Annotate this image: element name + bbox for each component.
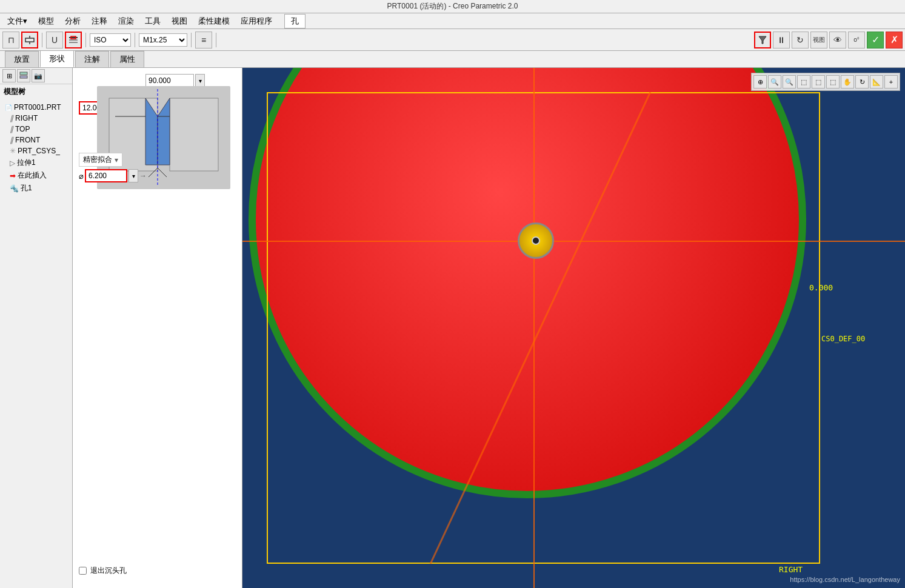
- vp-btn-zoom-fit[interactable]: ⊕: [753, 75, 767, 89]
- vp-btn-zoom-out[interactable]: 🔍: [783, 75, 796, 89]
- tree-layer-btn[interactable]: [17, 69, 30, 82]
- toolbar-sketch-btn[interactable]: ⊓: [2, 32, 19, 48]
- feature-panel: ▾ ▾ →: [73, 68, 242, 588]
- right-plane-icon: ∥: [10, 114, 13, 122]
- vp-btn-pan[interactable]: ✋: [841, 75, 854, 89]
- tab-shape[interactable]: 形状: [40, 50, 74, 67]
- tree-item-hole[interactable]: 🔩 孔1: [0, 182, 72, 195]
- feature-tabs: 放置 形状 注解 属性: [0, 51, 905, 68]
- menu-tools[interactable]: 工具: [140, 15, 165, 28]
- toolbar-hole-type-btn[interactable]: [21, 32, 38, 48]
- extrude-icon: ▷: [10, 159, 15, 167]
- accept-button[interactable]: ✓: [867, 32, 884, 48]
- menu-render[interactable]: 渲染: [113, 15, 139, 28]
- reject-button[interactable]: ✗: [886, 32, 903, 48]
- menu-flexible[interactable]: 柔性建模: [193, 15, 235, 28]
- tree-item-prt[interactable]: 📄 PRT0001.PRT: [0, 102, 72, 113]
- tree-item-top[interactable]: ∥ TOP: [0, 124, 72, 135]
- toolbar-sep4: [191, 33, 192, 47]
- annotation-0: 0.000: [809, 283, 833, 292]
- toolbar-angle-btn[interactable]: o°: [848, 32, 865, 48]
- vp-btn-measure[interactable]: 📐: [870, 75, 883, 89]
- insert-icon: ➡: [10, 172, 16, 180]
- toolbar-view-btn[interactable]: 视图: [810, 32, 827, 48]
- csys-icon: ✳: [10, 147, 16, 155]
- vp-btn-refit[interactable]: ⬚: [826, 75, 840, 89]
- menu-analysis[interactable]: 分析: [60, 15, 85, 28]
- top-plane-icon: ∥: [10, 125, 13, 133]
- vp-btn-zoom-in[interactable]: 🔍: [768, 75, 781, 89]
- view-select[interactable]: ISO TOP FRONT RIGHT: [90, 33, 131, 47]
- toolbar-align-btn[interactable]: [65, 32, 82, 48]
- title-text: PRT0001 (活动的) - Creo Parametric 2.0: [387, 1, 518, 12]
- angle-dropdown[interactable]: ▾: [195, 74, 205, 87]
- tab-placement[interactable]: 放置: [5, 51, 39, 67]
- tree-item-right[interactable]: ∥ RIGHT: [0, 113, 72, 124]
- vp-btn-rect[interactable]: ⬚: [797, 75, 810, 89]
- vp-btn-rotate[interactable]: ↻: [855, 75, 869, 89]
- toolbar-sep3: [135, 33, 135, 47]
- tree-item-csys[interactable]: ✳ PRT_CSYS_: [0, 145, 72, 156]
- vp-toolbar: ⊕ 🔍 🔍 ⬚ ⬚ ⬚ ✋ ↻ 📐 +: [751, 73, 900, 91]
- hole-feature-tab[interactable]: 孔: [284, 14, 306, 28]
- exit-countersink-label: 退出沉头孔: [90, 566, 127, 576]
- toolbar-u-btn[interactable]: U: [46, 32, 63, 48]
- hole-inner: [532, 236, 540, 245]
- title-bar: PRT0001 (活动的) - Creo Parametric 2.0: [0, 0, 905, 13]
- svg-rect-8: [20, 72, 27, 75]
- toolbar-appearance-btn[interactable]: 👁: [829, 32, 846, 48]
- menu-file[interactable]: 文件▾: [2, 15, 32, 28]
- angle-input[interactable]: [145, 74, 194, 87]
- main-area: ⊞ 📷 模型树 📄 PRT0001.PRT ∥ RIGHT ∥: [0, 68, 905, 588]
- toolbar-sep2: [85, 33, 86, 47]
- menu-view[interactable]: 视图: [167, 15, 192, 28]
- tree-grid-btn[interactable]: ⊞: [2, 69, 16, 82]
- watermark: https://blog.csdn.net/L_langontheway: [790, 576, 900, 583]
- toolbar-filter-btn[interactable]: [754, 32, 771, 48]
- left-panel: ⊞ 📷 模型树 📄 PRT0001.PRT ∥ RIGHT ∥: [0, 68, 73, 588]
- diameter-symbol: ⌀: [79, 172, 84, 181]
- viewport[interactable]: 0.000 CS0_DEF_00 TOP RIGHT ⊕ 🔍 🔍 ⬚ ⬚ ⬚ ✋…: [242, 68, 905, 588]
- menu-model[interactable]: 模型: [33, 15, 59, 28]
- tree-toolbar: ⊞ 📷: [0, 68, 72, 84]
- toolbar-regenerate-btn[interactable]: ↻: [792, 32, 809, 48]
- tree-photo-btn[interactable]: 📷: [32, 69, 45, 82]
- diameter-dropdown[interactable]: ▾: [129, 169, 138, 182]
- toolbar: ⊓ U ISO TOP FRONT RIGHT M1x.25 M2x.5 M3x…: [0, 29, 905, 51]
- fit-label: 精密拟合 ▾: [79, 153, 122, 167]
- svg-marker-7: [759, 36, 766, 44]
- angle-dim-area: ▾: [145, 74, 205, 87]
- cylinder-face: [255, 68, 800, 492]
- thread-select[interactable]: M1x.25 M2x.5 M3x.5: [139, 33, 187, 47]
- tab-annotation[interactable]: 注解: [75, 51, 109, 67]
- menu-bar: 文件▾ 模型 分析 注释 渲染 工具 视图 柔性建模 应用程序 孔: [0, 13, 905, 29]
- menu-annotation[interactable]: 注释: [87, 15, 112, 28]
- exit-countersink-checkbox[interactable]: [79, 567, 87, 575]
- diameter-input[interactable]: [85, 169, 127, 182]
- model-tree-title: 模型树: [4, 87, 25, 97]
- hole-icon: 🔩: [10, 184, 19, 193]
- tree-item-front[interactable]: ∥ FRONT: [0, 135, 72, 145]
- model-tree: 📄 PRT0001.PRT ∥ RIGHT ∥ TOP ∥ FRONT ✳ PR…: [0, 99, 72, 588]
- vp-btn-more[interactable]: +: [884, 75, 898, 89]
- svg-rect-12: [170, 98, 218, 171]
- menu-apps[interactable]: 应用程序: [236, 15, 277, 28]
- tree-item-extrude[interactable]: ▷ 拉伸1: [0, 156, 72, 169]
- annotation-right: RIGHT: [779, 565, 803, 574]
- tree-item-insert[interactable]: ➡ 在此插入: [0, 169, 72, 182]
- toolbar-sep1: [42, 33, 42, 47]
- toolbar-orient-btn[interactable]: ≡: [195, 32, 212, 48]
- fit-section: 精密拟合 ▾ ⌀ ▾ →: [79, 153, 147, 182]
- tab-properties[interactable]: 属性: [110, 51, 144, 67]
- toolbar-pause-btn[interactable]: ⏸: [773, 32, 790, 48]
- toolbar-sep5: [216, 33, 216, 47]
- hole-center-marker: [518, 222, 554, 259]
- svg-rect-9: [20, 76, 27, 78]
- model-tree-header: 模型树: [0, 84, 72, 99]
- vp-btn-box[interactable]: ⬚: [812, 75, 825, 89]
- diameter-dim-area: ⌀ ▾ →: [79, 169, 147, 182]
- prt-icon: 📄: [5, 104, 12, 111]
- diameter-arrow: →: [139, 172, 147, 180]
- front-plane-icon: ∥: [10, 136, 13, 144]
- fit-dropdown-arrow[interactable]: ▾: [115, 156, 118, 164]
